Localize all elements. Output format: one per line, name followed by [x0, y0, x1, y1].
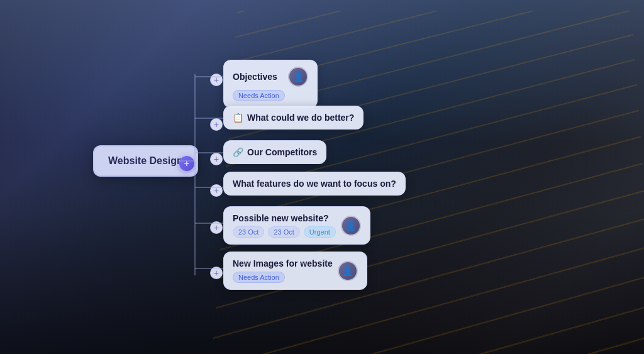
central-node-label: Website Design [108, 155, 183, 166]
avatar-1: 👤 [288, 67, 308, 87]
node-features[interactable]: What features do we want to focus on? [223, 172, 406, 196]
plus-icon: + [214, 75, 219, 85]
add-button-3[interactable]: + [210, 153, 223, 165]
add-button-4[interactable]: + [210, 184, 223, 197]
central-add-button[interactable]: + [179, 156, 194, 171]
date-badge-2: 23 Oct [268, 226, 299, 238]
node-objectives[interactable]: Objectives 👤 Needs Action [223, 60, 318, 108]
plus-icon-3: + [214, 154, 219, 164]
plus-icon-2: + [214, 119, 219, 130]
central-add-icon: + [184, 158, 189, 169]
features-title: What features do we want to focus on? [233, 179, 396, 189]
competitors-icon: 🔗 [233, 147, 243, 157]
add-button-1[interactable]: + [210, 74, 223, 86]
do-better-title: What could we do better? [247, 113, 354, 123]
competitors-title: Our Competitors [247, 147, 317, 157]
node-new-images[interactable]: New Images for website Needs Action 👤 [223, 252, 367, 290]
add-button-5[interactable]: + [210, 221, 223, 234]
needs-action-badge-1: Needs Action [233, 90, 285, 101]
new-images-title: New Images for website [233, 258, 333, 268]
node-competitors[interactable]: 🔗 Our Competitors [223, 140, 326, 164]
do-better-icon: 📋 [233, 113, 243, 123]
plus-icon-4: + [214, 185, 219, 196]
date-badge-1: 23 Oct [233, 226, 264, 238]
objectives-title: Objectives [233, 72, 277, 82]
possible-website-title: Possible new website? [233, 213, 329, 223]
urgent-badge: Urgent [304, 226, 336, 238]
add-button-6[interactable]: + [210, 267, 223, 279]
avatar-6: 👤 [338, 261, 358, 281]
node-possible-website[interactable]: Possible new website? 23 Oct 23 Oct Urge… [223, 206, 370, 245]
plus-icon-6: + [214, 268, 219, 278]
node-do-better[interactable]: 📋 What could we do better? [223, 106, 364, 130]
plus-icon-5: + [214, 223, 219, 233]
avatar-5: 👤 [341, 216, 361, 236]
needs-action-badge-6: Needs Action [233, 272, 285, 283]
add-button-2[interactable]: + [210, 118, 223, 131]
mind-map: Website Design + + Objectives 👤 Needs Ac… [0, 0, 644, 354]
